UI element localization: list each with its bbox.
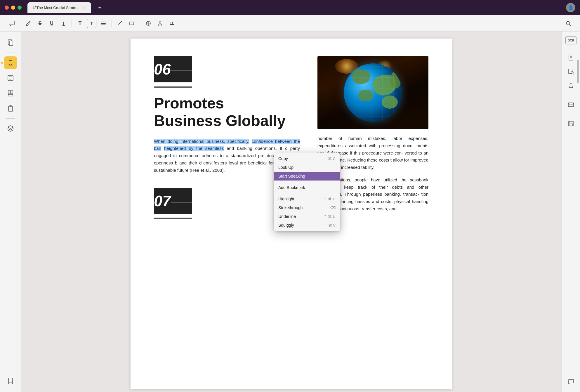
section-2-number: 07 <box>154 192 171 210</box>
section-number: 06 <box>154 60 171 78</box>
tab-title: 12The Most Crucial Strate... <box>32 6 79 10</box>
search-icon[interactable] <box>564 19 573 28</box>
section-number-box: 06 <box>154 56 192 82</box>
pen-draw-icon[interactable] <box>115 19 125 28</box>
toolbar: S U T̲ T T <box>0 15 580 32</box>
separator-3 <box>112 19 112 27</box>
context-menu-strikethrough[interactable]: Strikethrough ⌫ <box>274 203 340 212</box>
close-button[interactable] <box>5 6 9 10</box>
svg-rect-8 <box>170 24 174 25</box>
underline-icon[interactable]: U <box>47 19 56 28</box>
svg-rect-2 <box>101 23 106 24</box>
stamp-icon[interactable] <box>167 19 176 28</box>
svg-rect-27 <box>568 103 574 107</box>
chat-icon[interactable] <box>565 376 577 387</box>
section-number-container: 06 <box>154 56 300 95</box>
globe-visual <box>344 63 402 122</box>
scrollbar-thumb[interactable] <box>577 60 579 83</box>
traffic-lights <box>5 6 22 10</box>
text-icon[interactable]: T <box>75 19 85 28</box>
sidebar-item-bookmarks[interactable] <box>4 87 17 100</box>
scrollbar-track[interactable] <box>577 58 579 334</box>
svg-point-4 <box>121 21 122 22</box>
context-menu-squiggly[interactable]: Squiggly ⌃ ⌘ V <box>274 221 340 230</box>
context-menu-copy[interactable]: Copy ⌘ C <box>274 154 340 163</box>
user-icon[interactable] <box>155 19 165 28</box>
left-sidebar <box>0 32 21 392</box>
search-doc-icon[interactable] <box>565 66 577 77</box>
svg-rect-12 <box>9 60 12 64</box>
sidebar-sep-1 <box>6 53 15 53</box>
color-picker-icon[interactable] <box>144 19 153 28</box>
right-sep-4 <box>567 372 575 372</box>
context-menu-separator-1 <box>274 182 340 182</box>
highlighted-text-3: heightened by the seamless <box>164 146 224 151</box>
minimize-button[interactable] <box>11 6 15 10</box>
section-number-underline <box>154 86 192 88</box>
titlebar: 12The Most Crucial Strate... × + 👤 <box>0 0 580 15</box>
document-area[interactable]: 06 Promotes Business Globally When doing… <box>21 32 561 392</box>
svg-rect-17 <box>8 90 10 94</box>
share-icon[interactable] <box>565 80 577 91</box>
list-icon[interactable] <box>99 19 108 28</box>
save-icon[interactable] <box>565 118 577 129</box>
sidebar-item-highlight[interactable] <box>4 56 17 69</box>
right-sep-3 <box>567 114 575 114</box>
context-menu-lookup[interactable]: Look Up <box>274 163 340 172</box>
comment-icon[interactable] <box>7 19 16 28</box>
pencil-icon[interactable] <box>24 19 33 28</box>
page-icon[interactable] <box>565 52 577 63</box>
svg-point-9 <box>566 21 570 25</box>
mail-icon[interactable] <box>565 99 577 110</box>
avatar[interactable]: 👤 <box>566 3 575 12</box>
context-menu-highlight[interactable]: Highlight ⌃ ⌘ H <box>274 195 340 203</box>
right-sep-1 <box>567 48 575 48</box>
context-menu-add-bookmark[interactable]: Add Bookmark <box>274 183 340 192</box>
separator-4 <box>140 19 140 27</box>
context-menu: Copy ⌘ C Look Up Start Speaking Add Book… <box>274 152 340 231</box>
svg-rect-11 <box>9 41 13 46</box>
sidebar-item-clipboard[interactable] <box>4 102 17 115</box>
section-2-underline <box>154 218 192 219</box>
context-menu-underline[interactable]: Underline ⌃ ⌘ U <box>274 212 340 221</box>
svg-rect-1 <box>101 22 106 22</box>
svg-rect-3 <box>101 25 106 25</box>
svg-point-7 <box>159 22 161 23</box>
sidebar-sep-2 <box>6 118 15 119</box>
sidebar-item-pages[interactable] <box>4 36 17 49</box>
underline-alt-icon[interactable]: T̲ <box>59 19 68 28</box>
svg-rect-18 <box>11 90 13 94</box>
rectangle-icon[interactable] <box>127 19 136 28</box>
sidebar-item-bookmark[interactable] <box>4 374 17 387</box>
svg-rect-29 <box>570 121 572 123</box>
highlighted-text-1: When doing international business, speci… <box>154 139 249 144</box>
ocr-button[interactable]: OCR <box>565 36 576 44</box>
separator-2 <box>72 19 72 27</box>
svg-rect-19 <box>8 94 13 96</box>
right-sep-2 <box>567 95 575 95</box>
separator-1 <box>20 19 20 27</box>
context-menu-start-speaking[interactable]: Start Speaking <box>274 172 340 181</box>
maximize-button[interactable] <box>18 6 22 10</box>
active-tab[interactable]: 12The Most Crucial Strate... × <box>27 2 91 13</box>
text-box-icon[interactable]: T <box>87 19 96 28</box>
svg-rect-25 <box>569 69 572 74</box>
new-tab-button[interactable]: + <box>96 4 104 12</box>
section-2-number-box: 07 <box>154 188 192 214</box>
tab-close-button[interactable]: × <box>82 5 86 10</box>
strikethrough-icon[interactable]: S <box>35 19 45 28</box>
svg-rect-5 <box>130 22 134 25</box>
globe-image <box>317 56 428 129</box>
svg-rect-30 <box>569 124 573 126</box>
document-page: 06 Promotes Business Globally When doing… <box>131 39 452 389</box>
right-sidebar: OCR <box>561 32 580 392</box>
main-area: 06 Promotes Business Globally When doing… <box>0 32 580 392</box>
sidebar-item-notes[interactable] <box>4 72 17 84</box>
section-title: Promotes Business Globally <box>154 95 300 130</box>
svg-rect-0 <box>9 21 14 25</box>
context-menu-separator-2 <box>274 193 340 193</box>
sidebar-item-layers[interactable] <box>4 122 17 135</box>
active-indicator <box>1 62 3 64</box>
